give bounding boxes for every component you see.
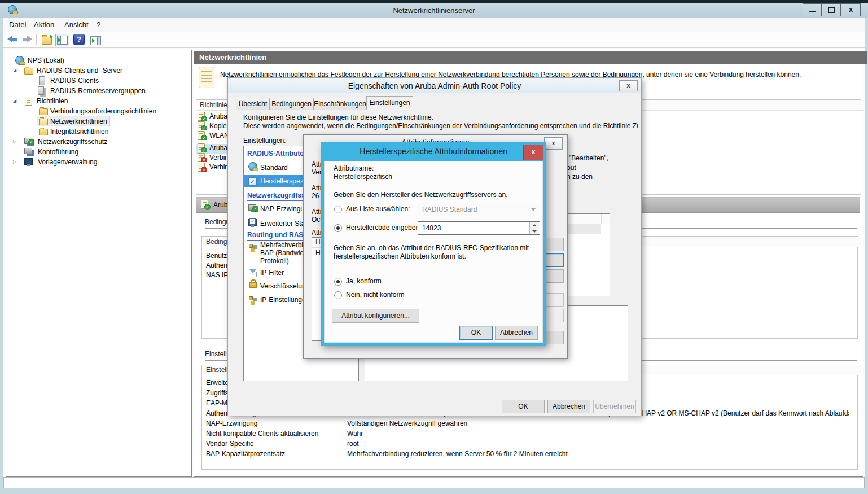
listbox-item-ip-filter[interactable]: IP-Filter [260,269,284,277]
radio-no-conform[interactable] [334,291,342,299]
tree-item-kontofuehrung[interactable]: Kontoführung [6,147,191,157]
tree-item-vorlagenverwaltung[interactable]: ▷ Vorlagenverwaltung [6,157,191,167]
chevron-down-icon [531,208,536,211]
policy-disabled-icon [198,153,205,162]
window-title: Netzwerkrichtlinienserver [0,6,868,15]
forward-arrow-icon[interactable] [23,36,32,46]
setting-name[interactable]: Nicht kompatible Clients aktualisieren [206,430,347,438]
encryption-lock-icon [249,282,257,288]
radio-yes-conform-label: Ja, konform [346,277,459,285]
cancel-button[interactable]: Abbrechen [547,400,590,413]
tree-item-radius-clients[interactable]: RADIUS-Clients [6,76,191,86]
nps-globe-icon [15,56,24,65]
vendor-ok-button[interactable]: OK [459,326,493,340]
folder-icon [39,108,48,115]
close-icon: x [849,4,853,15]
instruction-fragment: but [567,164,576,172]
policy-enabled-icon [198,143,205,152]
minimize-button[interactable] [803,3,822,16]
server-group-icon [38,86,44,95]
setting-value: root [347,440,849,448]
attribute-info-close-button[interactable]: x [544,137,563,150]
policy-disabled-icon [198,163,205,172]
radio-enter-vendor-code[interactable] [334,224,342,232]
tree-item-verbindungsanforderungsrichtlinien[interactable]: Verbindungsanforderungsrichtlinien [6,106,191,116]
policy-enabled-icon [198,131,205,140]
policy-scroll-icon [25,97,32,106]
tree-item-integritaetsrichtlinien[interactable]: Integritätsrichtlinien [6,126,191,137]
menu-help[interactable]: ? [97,20,100,29]
tab-page-edge [233,110,637,110]
vendor-code-spinner[interactable] [529,222,539,234]
listbox-item-verschluesselung[interactable]: Verschlüsselung [260,282,309,290]
vendor-cancel-button[interactable]: Abbrechen [495,326,538,340]
menu-aktion[interactable]: Aktion [34,20,54,29]
nap-enforcement-icon [248,204,256,211]
ok-button[interactable]: OK [502,400,545,413]
expander-collapsed-icon[interactable]: ▷ [13,157,16,167]
setting-name[interactable]: NAP-Erzwingung [206,419,347,427]
vendor-close-button[interactable]: x [523,145,543,160]
tree-item-netzwerkrichtlinien[interactable]: Netzwerkrichtlinien [6,116,191,126]
templates-icon [24,158,33,165]
radio-select-from-list[interactable] [334,206,342,213]
help-icon[interactable]: ? [73,34,85,45]
tree-item-radius-clients-server[interactable]: ◢ RADIUS-Clients und -Server [6,65,191,76]
setting-name[interactable]: BAP-Kapazitätprozentsatz [206,450,347,458]
maximize-button[interactable] [822,3,841,16]
column-separator [601,214,602,224]
properties-dialog-title: Eigenschaften von Aruba Admin-Auth Root … [228,81,641,90]
tab-einstellungen[interactable]: Einstellungen [366,96,413,110]
vendor-specific-icon: ✓ [248,177,257,186]
status-separator [814,478,814,488]
status-bar [3,477,865,488]
policy-enabled-icon [198,121,205,130]
close-icon: x [626,82,630,89]
radio-yes-conform[interactable] [334,278,342,286]
setting-value: Wahr [347,430,849,438]
close-button[interactable]: x [841,3,861,16]
expander-expanded-icon[interactable]: ◢ [13,96,16,106]
ip-filter-icon [249,269,257,273]
menu-datei[interactable]: Datei [9,20,26,29]
menu-ansicht[interactable]: Ansicht [64,20,89,29]
properties-intro-line2: Diese werden angewendet, wenn die Beding… [243,122,638,130]
menu-bar [3,18,865,32]
vendor-list-dropdown[interactable]: RADIUS Standard [418,203,540,216]
standard-attributes-icon [248,162,257,171]
spinner-down-icon[interactable] [530,229,539,235]
tab-bedingungen[interactable]: Bedingungen [269,98,314,110]
multilink-bap-icon [249,244,253,248]
listbox-item-standard[interactable]: Standard [260,164,288,172]
configure-attribute-button[interactable]: Attribut konfigurieren... [332,309,419,323]
policy-enabled-icon [201,200,208,209]
tree-item-netzwerkzugriffsschutz[interactable]: ▷ Netzwerkzugriffsschutz [6,137,191,147]
tree-item-nps-local[interactable]: NPS (Lokal) [6,55,191,65]
status-separator [739,478,739,488]
expander-expanded-icon[interactable]: ◢ [13,65,16,76]
tree-item-richtlinien[interactable]: ◢ Richtlinien [6,96,191,106]
toolbar-separator [36,34,37,45]
listbox-item-ip-einstellungen[interactable]: IP-Einstellungen [260,296,309,304]
expander-collapsed-icon[interactable]: ▷ [13,137,16,147]
folder-open-icon [39,119,48,125]
apply-button[interactable]: Übernehmen [593,400,636,413]
setting-name[interactable]: Vendor-Specific [206,440,347,448]
folder-icon [39,129,48,135]
tab-uebersicht[interactable]: Übersicht [236,98,270,110]
show-console-tree-icon[interactable] [55,34,69,46]
accounting-icon [24,148,32,154]
conform-prompt-line1: Geben Sie an, ob das Attribut der RADIUS… [334,244,537,252]
properties-close-button[interactable]: x [619,80,638,91]
vendor-prompt: Geben Sie den Hersteller des Netzwerkzug… [334,191,537,199]
back-arrow-icon[interactable] [7,36,17,46]
vendor-code-input[interactable]: 14823 [418,221,540,235]
tree-item-radius-remote-groups[interactable]: RADIUS-Remoteservergruppen [6,86,191,96]
export-list-icon[interactable] [42,34,52,45]
vendor-dialog-title: Herstellerspezifische Attributinformatio… [321,147,546,156]
folder-icon [24,68,33,75]
nap-monitor-icon [24,138,32,144]
show-action-pane-icon[interactable] [89,35,102,46]
tab-einschraenkungen[interactable]: Einschränkungen [313,98,367,110]
minimize-icon [809,11,816,12]
